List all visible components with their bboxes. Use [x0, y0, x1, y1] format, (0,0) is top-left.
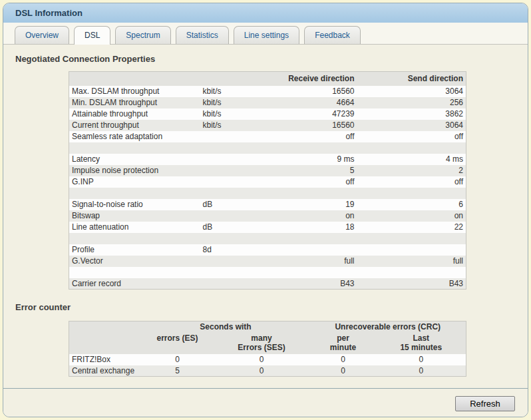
cell-receive: full: [252, 256, 357, 267]
cell-location: FRITZ!Box: [69, 354, 142, 365]
connection-header-row: Receive direction Send direction: [69, 72, 466, 86]
tab-content: Negotiated Connection Properties Receive…: [3, 45, 528, 388]
cell-label: [69, 142, 200, 154]
cell-send: [357, 188, 466, 199]
cell-label: G.INP: [69, 176, 200, 188]
cell-unit: dB: [200, 199, 252, 210]
cell-label: Attainable throughput: [69, 108, 200, 120]
cell-receive: off: [252, 176, 357, 188]
cell-receive: off: [252, 131, 357, 142]
cell-receive: 5: [252, 165, 357, 176]
cell-label: Max. DSLAM throughput: [69, 86, 200, 97]
dsl-information-panel: DSL Information Overview DSL Spectrum St…: [3, 3, 528, 417]
cell-unit: 8d: [200, 244, 252, 256]
connection-row: G.INP off off: [69, 176, 466, 188]
cell-unit: kbit/s: [200, 86, 252, 97]
cell-send: 256: [357, 97, 466, 108]
cell-unit: [200, 176, 252, 188]
error-counter-section: Error counter Seconds with Unrecoverable…: [13, 302, 516, 377]
cell-receive: [252, 142, 357, 154]
connection-row: Current throughput kbit/s 16560 3064: [69, 120, 466, 131]
cell-unit: [200, 210, 252, 222]
connection-section-heading: Negotiated Connection Properties: [15, 54, 516, 64]
page-title: DSL Information: [15, 8, 83, 18]
connection-row: Bitswap on on: [69, 210, 466, 222]
cell-label: G.Vector: [69, 256, 200, 267]
cell-unit: [200, 165, 252, 176]
cell-ses: 0: [214, 365, 310, 377]
header-errors-es: errors (ES): [142, 333, 214, 354]
cell-unit: [200, 154, 252, 165]
footer-bar: Refresh: [3, 388, 528, 417]
cell-send: [357, 142, 466, 154]
cell-send: on: [357, 210, 466, 222]
header-unit-blank: [200, 72, 252, 86]
connection-row: Profile 8d: [69, 244, 466, 256]
tab-spectrum[interactable]: Spectrum: [115, 26, 170, 44]
cell-ses: 0: [214, 354, 310, 365]
cell-unit: dB: [200, 222, 252, 233]
header-per-minute: per minute: [310, 333, 377, 354]
header-last-15-minutes: Last 15 minutes: [377, 333, 466, 354]
refresh-button[interactable]: Refresh: [455, 396, 515, 411]
tab-strip: Overview DSL Spectrum Statistics Line se…: [3, 23, 528, 45]
cell-label: Line attenuation: [69, 222, 200, 233]
cell-crc-15min: 0: [377, 354, 466, 365]
connection-row: Seamless rate adaptation off off: [69, 131, 466, 142]
cell-send: 3064: [357, 120, 466, 131]
tab-line-settings[interactable]: Line settings: [234, 26, 299, 44]
cell-send: 2: [357, 165, 466, 176]
cell-send: [357, 244, 466, 256]
cell-send: 3064: [357, 86, 466, 97]
error-section-heading: Error counter: [15, 302, 516, 312]
cell-es: 5: [142, 365, 214, 377]
cell-label: Impulse noise protection: [69, 165, 200, 176]
tab-overview[interactable]: Overview: [15, 26, 69, 44]
connection-row: G.Vector full full: [69, 256, 466, 267]
connection-row-spacer: [69, 142, 466, 154]
cell-label: [69, 188, 200, 199]
cell-crc-15min: 0: [377, 365, 466, 377]
connection-row: Min. DSLAM throughput kbit/s 4664 256: [69, 97, 466, 108]
header-label-blank: [69, 72, 200, 86]
connection-row: Max. DSLAM throughput kbit/s 16560 3064: [69, 86, 466, 97]
cell-send: off: [357, 131, 466, 142]
cell-receive: 16560: [252, 86, 357, 97]
connection-row: Carrier record B43 B43: [69, 278, 466, 290]
error-group-header-row: Seconds with Unrecoverable errors (CRC): [69, 321, 466, 333]
cell-label: Profile: [69, 244, 200, 256]
cell-receive: 16560: [252, 120, 357, 131]
window-titlebar: DSL Information: [3, 3, 528, 23]
cell-label: Carrier record: [69, 278, 200, 290]
cell-receive: on: [252, 210, 357, 222]
error-counter-table: Seconds with Unrecoverable errors (CRC) …: [69, 321, 466, 377]
cell-unit: [200, 131, 252, 142]
header-unrecoverable-crc: Unrecoverable errors (CRC): [310, 321, 466, 333]
header-blank: [69, 321, 142, 333]
cell-label: [69, 233, 200, 244]
cell-send: off: [357, 176, 466, 188]
cell-unit: [200, 233, 252, 244]
tab-dsl[interactable]: DSL: [74, 26, 110, 45]
cell-unit: kbit/s: [200, 120, 252, 131]
header-many-errors-ses: many Errors (SES): [214, 333, 310, 354]
tab-feedback[interactable]: Feedback: [304, 26, 361, 44]
cell-label: Current throughput: [69, 120, 200, 131]
error-row-central-exchange: Central exchange 5 0 0 0: [69, 365, 466, 377]
cell-crc-minute: 0: [310, 354, 377, 365]
cell-receive: 47239: [252, 108, 357, 120]
cell-receive: [252, 267, 357, 278]
cell-label: Signal-to-noise ratio: [69, 199, 200, 210]
connection-row-spacer: [69, 267, 466, 278]
tab-statistics[interactable]: Statistics: [176, 26, 229, 44]
cell-receive: 19: [252, 199, 357, 210]
connection-row: Attainable throughput kbit/s 47239 3862: [69, 108, 466, 120]
cell-receive: [252, 244, 357, 256]
cell-unit: [200, 188, 252, 199]
error-row-fritzbox: FRITZ!Box 0 0 0 0: [69, 354, 466, 365]
error-sub-header-row: errors (ES) many Errors (SES) per minute: [69, 333, 466, 354]
cell-es: 0: [142, 354, 214, 365]
cell-send: 6: [357, 199, 466, 210]
cell-label: Min. DSLAM throughput: [69, 97, 200, 108]
connection-row: Line attenuation dB 18 22: [69, 222, 466, 233]
